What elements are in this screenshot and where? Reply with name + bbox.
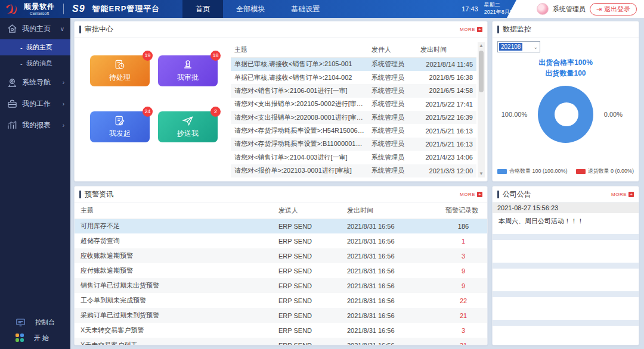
user-name: 系统管理员 [553, 5, 586, 14]
nav-home[interactable]: 首页 [182, 0, 223, 18]
pending-count-badge: 19 [143, 51, 153, 61]
announcement-datetime: 2021-08-27 15:56:23 [493, 202, 639, 213]
product-logo: S9 [72, 4, 85, 14]
alert-row[interactable]: 应收账款逾期预警 ERP SEND 2021/8/31 16:56 3 [75, 248, 487, 263]
announcement-placeholder [493, 234, 639, 260]
sidebar-item-my-home[interactable]: 我的主页 ∨ [0, 18, 70, 39]
cc-count-badge: 2 [210, 107, 221, 117]
logo-divider [63, 4, 64, 14]
brand-subname: Centersoft [24, 11, 55, 15]
chevron-right-icon: › [63, 79, 64, 86]
approval-center-title: 审批中心 [85, 24, 113, 35]
phoenix-logo-icon [5, 2, 20, 16]
alert-row[interactable]: 超储存货查询 ERP SEND 2021/8/31 16:56 1 [75, 233, 487, 248]
alert-row[interactable]: 应付账款逾期预警 ERP SEND 2021/8/31 16:56 9 [75, 263, 487, 278]
app-header: 顺景软件 Centersoft S9 智能ERP管理平台 首页 全部模块 基础设… [0, 0, 644, 18]
announcement-content: 本周六、周日公司活动！！！ [493, 213, 639, 232]
weekday: 星期二 [484, 2, 521, 9]
console-icon [16, 317, 26, 328]
logout-label: 退出登录 [604, 5, 630, 14]
title-accent-bar [79, 191, 81, 198]
approval-row[interactable]: 单据已审核,请接收<销售订单>:2104-002 系统管理员 2021/8/5 … [231, 71, 476, 84]
chevron-down-icon: ⌄ [533, 44, 538, 50]
scroll-up-icon[interactable]: ▲ [479, 42, 484, 49]
brand-name: 顺景软件 [24, 3, 55, 10]
alert-row[interactable]: X天未交易客户列表 ERP SEND 2021/8/31 16:56 21 [75, 338, 487, 345]
title-accent-bar [497, 191, 499, 198]
announcement-placeholder [493, 320, 639, 345]
more-icon: + [477, 192, 482, 197]
sidebar-subitem-my-home[interactable]: - 我的主页 [0, 39, 70, 55]
console-button[interactable]: 控制台 [0, 314, 70, 330]
sidebar-item-my-work[interactable]: 我的工作 › [0, 93, 70, 114]
logout-icon: ⇥ [596, 5, 602, 13]
paper-plane-icon [182, 115, 194, 127]
announcement-placeholder [493, 291, 639, 317]
alert-row[interactable]: 可用库存不足 ERP SEND 2021/8/31 16:56 186 [75, 219, 487, 233]
alert-row[interactable]: 采购订单已过期未到货预警 ERP SEND 2021/8/31 16:56 21 [75, 308, 487, 323]
approval-row[interactable]: 请您对<支出报销单>:202105-0002进行[审核] 系统管理员 2021/… [231, 98, 476, 111]
user-avatar[interactable] [537, 3, 549, 15]
more-icon: + [477, 27, 482, 32]
product-name: 智能ERP管理平台 [92, 4, 160, 14]
stamp-icon [182, 59, 194, 71]
approval-center-panel: 审批中心 MORE + 19 待处理 18 [74, 21, 488, 182]
logout-button[interactable]: ⇥ 退出登录 [590, 3, 637, 15]
chevron-right-icon: › [63, 101, 64, 107]
approval-row[interactable]: 请您对<销售订单>:2106-001进行[一审] 系统管理员 2021/6/5 … [231, 84, 476, 97]
alert-row[interactable]: 工令单到期未完成预警 ERP SEND 2021/8/31 16:56 22 [75, 293, 487, 308]
alert-row[interactable]: X天未转交易客户预警 ERP SEND 2021/8/31 16:56 3 [75, 323, 487, 338]
sidebar: 我的主页 ∨ - 我的主页 - 我的消息 系统导航 › 我的工作 › [0, 18, 70, 349]
approval-row[interactable]: 请您对<报价单>:202103-0001进行[审核] 系统管理员 2021/3/… [231, 164, 476, 177]
pass-qty-swatch [497, 169, 507, 174]
ship-qty-text: 出货数量100 [497, 68, 634, 79]
alerts-more-button[interactable]: MORE + [460, 192, 482, 197]
approval-row[interactable]: 单据已审核,请接收<销售订单>:2105-001 系统管理员 2021/8/14… [231, 57, 476, 70]
announcement-placeholder [493, 263, 639, 289]
return-qty-swatch [576, 169, 586, 174]
data-monitor-panel: 数据监控 202108 ⌄ 出货合格率100% 出货数量100 100.00% … [492, 21, 639, 182]
announcements-more-button[interactable]: MORE + [611, 192, 634, 197]
approval-more-button[interactable]: MORE + [460, 27, 482, 32]
approval-table: 主题 发件人 发出时间 单据已审核,请接收<销售订单>:2105-001 系统管… [231, 42, 476, 177]
period-select[interactable]: 202108 ⌄ [497, 41, 540, 52]
alerts-table: 主题 发送人 发出时间 预警记录数 可用库存不足 ERP SEND 2021/8… [75, 202, 487, 345]
tile-cc-to-me[interactable]: 2 抄送我 [158, 111, 218, 142]
return-qty-legend: 退货数量 0 (0.00%) [588, 167, 634, 175]
nav-all-modules[interactable]: 全部模块 [223, 0, 278, 18]
sidebar-subitem-my-messages[interactable]: - 我的消息 [0, 55, 70, 71]
report-icon [7, 120, 17, 130]
announcement-item[interactable]: 2021-08-27 15:56:23 本周六、周日公司活动！！！ [493, 202, 639, 232]
approval-row[interactable]: 请您对<销售订单>:2104-003进行[一审] 系统管理员 2021/4/23… [231, 151, 476, 164]
chevron-down-icon: ∨ [60, 26, 64, 32]
tile-initiated-by-me[interactable]: 24 我发起 [90, 111, 150, 142]
donut-chart [538, 86, 593, 143]
edit-doc-icon [114, 115, 126, 127]
title-accent-bar [79, 26, 81, 33]
approval-row[interactable]: 请您对<存货浮动耗损率设置>:B11000001进行[审核] 系统管理员 202… [231, 138, 476, 151]
date: 2021年8月31日 [484, 9, 521, 16]
clock: 17:43 [462, 5, 478, 13]
scroll-down-icon[interactable]: ▼ [479, 170, 484, 177]
approval-row[interactable]: 请您对<支出报销单>:202008-0001进行[审核] 系统管理员 2021/… [231, 111, 476, 124]
scroll-thumb[interactable] [479, 51, 484, 92]
alert-row[interactable]: 销售订单已过期未出货预警 ERP SEND 2021/8/31 16:56 9 [75, 278, 487, 293]
approval-row[interactable]: 请您对<存货浮动耗损率设置>:H54R15006002进行[审核] 系统管理员 … [231, 124, 476, 137]
tile-pending[interactable]: 19 待处理 [90, 55, 150, 86]
start-icon [16, 334, 24, 342]
nav-basic-settings[interactable]: 基础设置 [278, 0, 333, 18]
home-icon [7, 24, 17, 34]
sidebar-item-my-reports[interactable]: 我的报表 › [0, 114, 70, 136]
period-value: 202108 [499, 43, 522, 51]
alerts-title: 预警资讯 [85, 189, 113, 200]
chevron-right-icon: › [63, 122, 64, 129]
title-accent-bar [497, 26, 499, 33]
start-button[interactable]: 开 始 [0, 330, 70, 345]
initiated-count-badge: 24 [143, 107, 153, 117]
tile-my-approvals[interactable]: 18 我审批 [158, 55, 218, 86]
donut-left-label: 100.00% [497, 111, 527, 118]
sidebar-item-system-nav[interactable]: 系统导航 › [0, 71, 70, 93]
navigation-icon [7, 77, 17, 88]
approval-table-scrollbar[interactable]: ▲ ▼ [478, 42, 485, 177]
pass-rate-text: 出货合格率100% [497, 57, 634, 68]
